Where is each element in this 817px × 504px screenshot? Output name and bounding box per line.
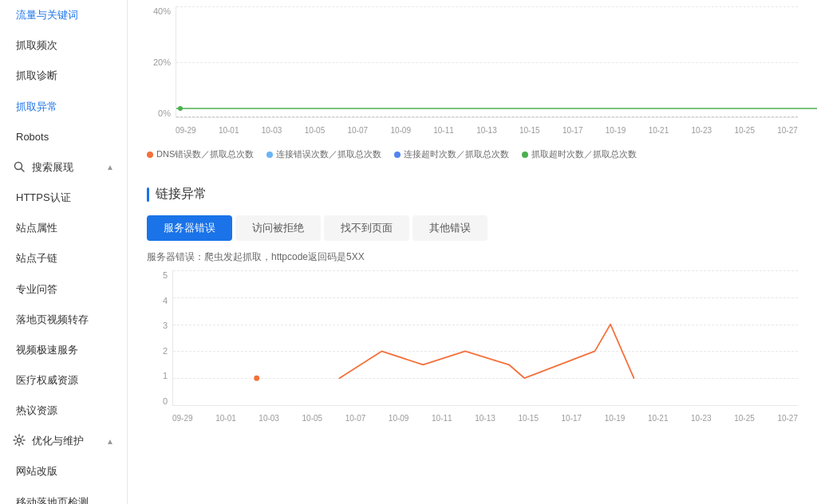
svg-point-4 xyxy=(254,376,259,381)
sidebar-item-video[interactable]: 落地页视频转存 xyxy=(0,305,127,335)
y-label-2: 2 xyxy=(163,346,168,356)
sidebar: 流量与关键词 抓取频次 抓取诊断 抓取异常 Robots 搜索展现 ▲ HTTP… xyxy=(0,0,128,504)
y-label-20: 20% xyxy=(153,57,171,67)
y-label-4: 4 xyxy=(163,296,168,305)
sidebar-item-traffic[interactable]: 流量与关键词 xyxy=(0,0,127,30)
top-chart-container: 40% 20% 0% 09-29 10 xyxy=(147,6,798,142)
sidebar-group-search[interactable]: 搜索展现 ▲ xyxy=(0,152,127,183)
legend-dot-conn-timeout xyxy=(394,152,401,158)
svg-point-2 xyxy=(18,439,22,443)
bottom-chart-plot xyxy=(172,270,798,406)
section-title-link: 链接异常 xyxy=(147,186,798,203)
sidebar-item-medical[interactable]: 医疗权威资源 xyxy=(0,365,127,396)
legend-dot-fetch-timeout xyxy=(522,152,528,158)
top-chart-y-labels: 40% 20% 0% xyxy=(147,6,176,118)
chevron-up-icon2: ▲ xyxy=(106,437,114,446)
legend-conn-timeout: 连接超时次数／抓取总次数 xyxy=(394,148,509,160)
svg-point-3 xyxy=(178,106,183,111)
top-chart-plot xyxy=(176,6,798,118)
svg-line-1 xyxy=(22,168,25,171)
bottom-chart-container: 5 4 3 2 1 0 xyxy=(147,270,798,430)
sidebar-item-fast-video[interactable]: 视频极速服务 xyxy=(0,335,127,365)
sidebar-item-https[interactable]: HTTPS认证 xyxy=(0,183,127,213)
top-chart-svg xyxy=(176,6,798,117)
y-label-1: 1 xyxy=(163,371,168,380)
sidebar-item-site-redesign[interactable]: 网站改版 xyxy=(0,456,127,486)
search-icon xyxy=(13,160,27,175)
sidebar-item-robots[interactable]: Robots xyxy=(0,122,127,152)
sidebar-item-subchain[interactable]: 站点子链 xyxy=(0,243,127,274)
y-label-3: 3 xyxy=(163,321,168,330)
legend-dns: DNS错误数／抓取总次数 xyxy=(147,148,254,160)
gear-icon xyxy=(13,434,27,448)
sidebar-item-mobile-check[interactable]: 移动落地页检测 xyxy=(0,487,127,504)
sidebar-item-qa[interactable]: 专业问答 xyxy=(0,274,127,305)
top-chart-area: 40% 20% 0% 09-29 10 xyxy=(147,6,798,160)
tab-server-error[interactable]: 服务器错误 xyxy=(147,215,232,241)
legend-fetch-timeout: 抓取超时次数／抓取总次数 xyxy=(522,148,637,160)
sidebar-group-optimize[interactable]: 优化与维护 ▲ xyxy=(0,426,127,456)
legend-dot-dns xyxy=(147,152,153,158)
chevron-up-icon: ▲ xyxy=(106,163,114,171)
y-label-00: 0 xyxy=(163,396,168,406)
y-label-40: 40% xyxy=(153,6,171,16)
sidebar-item-crawl-error[interactable]: 抓取异常 xyxy=(0,92,127,122)
sidebar-item-crawl-diag[interactable]: 抓取诊断 xyxy=(0,61,127,91)
top-chart-legend: DNS错误数／抓取总次数 连接错误次数／抓取总次数 连接超时次数／抓取总次数 抓… xyxy=(147,148,798,160)
tab-bar: 服务器错误 访问被拒绝 找不到页面 其他错误 xyxy=(147,215,798,241)
sidebar-item-site-attr[interactable]: 站点属性 xyxy=(0,213,127,243)
y-label-5: 5 xyxy=(163,270,168,280)
legend-dot-conn-err xyxy=(266,152,273,158)
tab-not-found[interactable]: 找不到页面 xyxy=(324,215,409,241)
sidebar-item-trending[interactable]: 热议资源 xyxy=(0,396,127,426)
bottom-chart-svg xyxy=(173,270,798,405)
sidebar-item-crawl-freq[interactable]: 抓取频次 xyxy=(0,30,127,61)
tab-other-error[interactable]: 其他错误 xyxy=(412,215,487,241)
top-chart-x-labels: 09-29 10-01 10-03 10-05 10-07 10-09 10-1… xyxy=(176,118,798,142)
legend-conn-err: 连接错误次数／抓取总次数 xyxy=(266,148,381,160)
chart-description: 服务器错误：爬虫发起抓取，httpcode返回码是5XX xyxy=(147,250,798,264)
bottom-chart-x-labels: 09-29 10-01 10-03 10-05 10-07 10-09 10-1… xyxy=(172,406,798,430)
main-content: 40% 20% 0% 09-29 10 xyxy=(128,0,817,504)
bottom-chart-y-labels: 5 4 3 2 1 0 xyxy=(147,270,172,406)
tab-access-denied[interactable]: 访问被拒绝 xyxy=(235,215,321,241)
y-label-0: 0% xyxy=(158,108,171,118)
link-section: 链接异常 服务器错误 访问被拒绝 找不到页面 其他错误 服务器错误：爬虫发起抓取… xyxy=(147,186,798,430)
